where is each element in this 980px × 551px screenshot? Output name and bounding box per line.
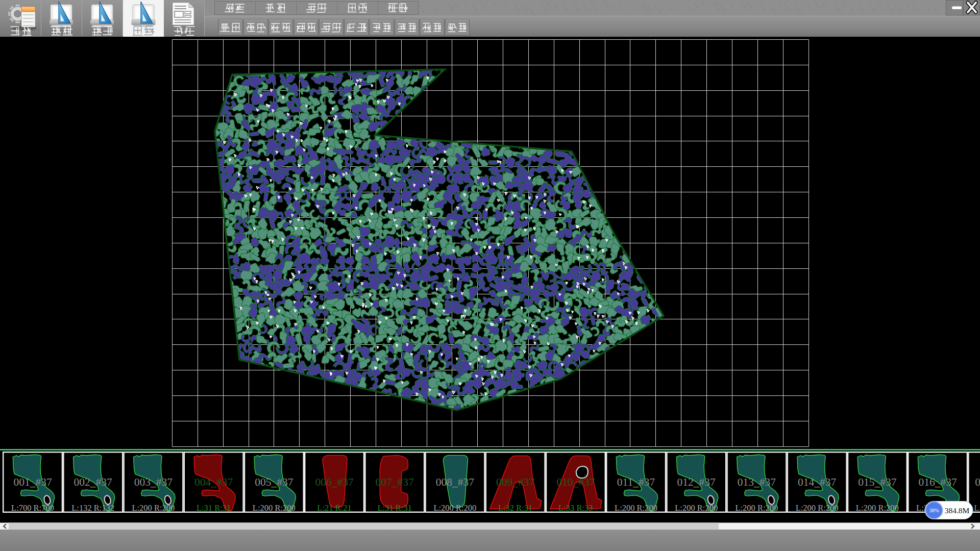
svg-text:L:200 R:200: L:200 R:200 — [132, 503, 175, 513]
svg-text:016_#37: 016_#37 — [918, 476, 957, 488]
svg-text:014_#37: 014_#37 — [798, 476, 837, 488]
svg-text:004_#37: 004_#37 — [194, 476, 233, 488]
svg-text:015_#37: 015_#37 — [858, 476, 897, 488]
svg-text:38%: 38% — [929, 508, 939, 513]
svg-text:L:32 R:31: L:32 R:31 — [498, 503, 532, 513]
svg-text:006_#37: 006_#37 — [315, 476, 354, 488]
svg-text:L:200 R:200: L:200 R:200 — [856, 503, 899, 513]
svg-text:L:21 R:21: L:21 R:21 — [317, 503, 351, 513]
svg-text:384.8M: 384.8M — [945, 506, 970, 515]
svg-text:L:31 R:31: L:31 R:31 — [197, 503, 231, 513]
svg-text:L:200 R:200: L:200 R:200 — [253, 503, 296, 513]
svg-text:009_#37: 009_#37 — [496, 476, 535, 488]
svg-text:011_#37: 011_#37 — [617, 476, 655, 488]
svg-text:L:200 R:200: L:200 R:200 — [735, 503, 778, 513]
svg-text:005_#37: 005_#37 — [255, 476, 293, 488]
svg-text:013_#37: 013_#37 — [738, 476, 776, 488]
svg-text:L:31 R:31: L:31 R:31 — [378, 503, 412, 513]
svg-text:L:200 R:200: L:200 R:200 — [675, 503, 718, 513]
svg-text:L:33 R:33: L:33 R:33 — [558, 503, 593, 513]
svg-text:L:132 R:132: L:132 R:132 — [71, 503, 114, 513]
svg-text:L:200 R:200: L:200 R:200 — [796, 503, 839, 513]
svg-text:008_#37: 008_#37 — [436, 476, 475, 488]
svg-text:010_#37: 010_#37 — [556, 476, 595, 488]
svg-text:007_#37: 007_#37 — [376, 476, 414, 488]
svg-text:001_#37: 001_#37 — [13, 476, 52, 488]
svg-text:L:700 R:700: L:700 R:700 — [11, 503, 54, 513]
svg-text:L:200 R:200: L:200 R:200 — [615, 503, 657, 513]
svg-text:012_#37: 012_#37 — [677, 476, 716, 488]
svg-text:L:: L: — [974, 503, 980, 513]
svg-text:0: 0 — [975, 476, 980, 488]
svg-text:L:200 R:200: L:200 R:200 — [433, 503, 476, 513]
svg-text:002_#37: 002_#37 — [74, 476, 113, 488]
svg-text:003_#37: 003_#37 — [134, 476, 173, 488]
